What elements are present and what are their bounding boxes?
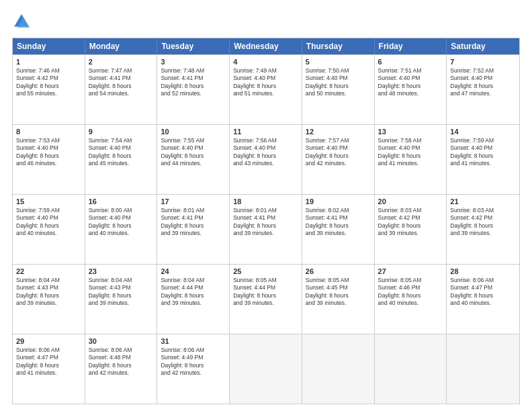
calendar-day-12: 12Sunrise: 7:57 AM Sunset: 4:40 PM Dayli…: [302, 125, 375, 194]
calendar-day-28: 28Sunrise: 8:06 AM Sunset: 4:47 PM Dayli…: [447, 265, 519, 334]
calendar-day-2: 2Sunrise: 7:47 AM Sunset: 4:41 PM Daylig…: [85, 55, 158, 124]
day-header-saturday: Saturday: [447, 38, 519, 54]
day-number: 29: [16, 337, 81, 345]
day-info: Sunrise: 7:55 AM Sunset: 4:40 PM Dayligh…: [161, 137, 226, 168]
calendar-day-11: 11Sunrise: 7:56 AM Sunset: 4:40 PM Dayli…: [230, 125, 302, 194]
calendar: SundayMondayTuesdayWednesdayThursdayFrid…: [12, 38, 520, 404]
day-info: Sunrise: 8:06 AM Sunset: 4:47 PM Dayligh…: [16, 347, 81, 377]
calendar-day-3: 3Sunrise: 7:48 AM Sunset: 4:41 PM Daylig…: [157, 55, 230, 124]
calendar-day-14: 14Sunrise: 7:59 AM Sunset: 4:40 PM Dayli…: [447, 125, 519, 194]
calendar-day-6: 6Sunrise: 7:51 AM Sunset: 4:40 PM Daylig…: [375, 55, 447, 124]
day-info: Sunrise: 7:59 AM Sunset: 4:40 PM Dayligh…: [450, 137, 516, 168]
calendar-day-20: 20Sunrise: 8:03 AM Sunset: 4:42 PM Dayli…: [375, 195, 447, 264]
day-number: 9: [89, 128, 154, 136]
calendar-day-23: 23Sunrise: 8:04 AM Sunset: 4:43 PM Dayli…: [85, 265, 158, 334]
day-number: 1: [16, 58, 81, 66]
calendar-day-31: 31Sunrise: 8:06 AM Sunset: 4:49 PM Dayli…: [157, 334, 230, 404]
day-info: Sunrise: 8:04 AM Sunset: 4:44 PM Dayligh…: [161, 277, 226, 308]
calendar-week-3: 15Sunrise: 7:59 AM Sunset: 4:40 PM Dayli…: [13, 194, 519, 264]
calendar-day-22: 22Sunrise: 8:04 AM Sunset: 4:43 PM Dayli…: [13, 265, 85, 334]
calendar-day-17: 17Sunrise: 8:01 AM Sunset: 4:41 PM Dayli…: [157, 195, 230, 264]
day-number: 26: [306, 267, 371, 275]
page: SundayMondayTuesdayWednesdayThursdayFrid…: [0, 0, 532, 411]
day-header-wednesday: Wednesday: [230, 38, 302, 54]
calendar-day-15: 15Sunrise: 7:59 AM Sunset: 4:40 PM Dayli…: [13, 195, 85, 264]
day-info: Sunrise: 7:49 AM Sunset: 4:40 PM Dayligh…: [233, 67, 298, 98]
day-number: 10: [161, 128, 226, 136]
calendar-week-4: 22Sunrise: 8:04 AM Sunset: 4:43 PM Dayli…: [13, 264, 519, 334]
calendar-day-13: 13Sunrise: 7:58 AM Sunset: 4:40 PM Dayli…: [375, 125, 447, 194]
day-info: Sunrise: 7:48 AM Sunset: 4:41 PM Dayligh…: [161, 67, 226, 98]
day-info: Sunrise: 8:03 AM Sunset: 4:42 PM Dayligh…: [450, 207, 516, 238]
calendar-day-30: 30Sunrise: 8:06 AM Sunset: 4:48 PM Dayli…: [85, 334, 158, 404]
day-number: 22: [16, 267, 81, 275]
calendar-day-8: 8Sunrise: 7:53 AM Sunset: 4:40 PM Daylig…: [13, 125, 85, 194]
day-info: Sunrise: 7:56 AM Sunset: 4:40 PM Dayligh…: [233, 137, 298, 168]
day-number: 2: [89, 58, 154, 66]
calendar-day-26: 26Sunrise: 8:05 AM Sunset: 4:45 PM Dayli…: [302, 265, 375, 334]
logo-icon: [12, 12, 31, 31]
calendar-day-7: 7Sunrise: 7:52 AM Sunset: 4:40 PM Daylig…: [447, 55, 519, 124]
day-header-friday: Friday: [375, 38, 447, 54]
day-number: 17: [161, 197, 226, 205]
day-info: Sunrise: 8:04 AM Sunset: 4:43 PM Dayligh…: [89, 277, 154, 308]
day-number: 13: [378, 128, 443, 136]
day-info: Sunrise: 7:54 AM Sunset: 4:40 PM Dayligh…: [89, 137, 154, 168]
day-number: 18: [233, 197, 298, 205]
calendar-header: SundayMondayTuesdayWednesdayThursdayFrid…: [13, 38, 519, 54]
day-number: 15: [16, 197, 81, 205]
day-info: Sunrise: 8:06 AM Sunset: 4:47 PM Dayligh…: [450, 277, 516, 308]
calendar-day-19: 19Sunrise: 8:02 AM Sunset: 4:41 PM Dayli…: [302, 195, 375, 264]
calendar-week-2: 8Sunrise: 7:53 AM Sunset: 4:40 PM Daylig…: [13, 124, 519, 194]
calendar-day-29: 29Sunrise: 8:06 AM Sunset: 4:47 PM Dayli…: [13, 334, 85, 404]
calendar-day-4: 4Sunrise: 7:49 AM Sunset: 4:40 PM Daylig…: [230, 55, 302, 124]
day-info: Sunrise: 8:05 AM Sunset: 4:46 PM Dayligh…: [378, 277, 443, 308]
calendar-day-9: 9Sunrise: 7:54 AM Sunset: 4:40 PM Daylig…: [85, 125, 158, 194]
day-info: Sunrise: 7:59 AM Sunset: 4:40 PM Dayligh…: [16, 207, 81, 238]
calendar-day-18: 18Sunrise: 8:01 AM Sunset: 4:41 PM Dayli…: [230, 195, 302, 264]
day-number: 14: [450, 128, 516, 136]
day-number: 30: [89, 337, 154, 345]
day-number: 11: [233, 128, 298, 136]
day-number: 7: [450, 58, 516, 66]
day-header-tuesday: Tuesday: [157, 38, 230, 54]
day-info: Sunrise: 8:05 AM Sunset: 4:45 PM Dayligh…: [306, 277, 371, 308]
day-info: Sunrise: 7:52 AM Sunset: 4:40 PM Dayligh…: [450, 67, 516, 98]
calendar-body: 1Sunrise: 7:46 AM Sunset: 4:42 PM Daylig…: [13, 54, 519, 404]
calendar-day-10: 10Sunrise: 7:55 AM Sunset: 4:40 PM Dayli…: [157, 125, 230, 194]
day-number: 28: [450, 267, 516, 275]
calendar-empty-cell: [447, 334, 519, 404]
day-info: Sunrise: 8:06 AM Sunset: 4:48 PM Dayligh…: [89, 347, 154, 377]
calendar-empty-cell: [230, 334, 302, 404]
day-info: Sunrise: 8:00 AM Sunset: 4:40 PM Dayligh…: [89, 207, 154, 238]
day-number: 23: [89, 267, 154, 275]
day-number: 3: [161, 58, 226, 66]
day-number: 16: [89, 197, 154, 205]
header: [12, 12, 520, 31]
day-info: Sunrise: 7:53 AM Sunset: 4:40 PM Dayligh…: [16, 137, 81, 168]
day-number: 31: [161, 337, 226, 345]
calendar-day-27: 27Sunrise: 8:05 AM Sunset: 4:46 PM Dayli…: [375, 265, 447, 334]
day-info: Sunrise: 7:47 AM Sunset: 4:41 PM Dayligh…: [89, 67, 154, 98]
day-info: Sunrise: 7:58 AM Sunset: 4:40 PM Dayligh…: [378, 137, 443, 168]
day-number: 21: [450, 197, 516, 205]
day-info: Sunrise: 7:46 AM Sunset: 4:42 PM Dayligh…: [16, 67, 81, 98]
day-number: 27: [378, 267, 443, 275]
calendar-day-1: 1Sunrise: 7:46 AM Sunset: 4:42 PM Daylig…: [13, 55, 85, 124]
day-info: Sunrise: 7:51 AM Sunset: 4:40 PM Dayligh…: [378, 67, 443, 98]
calendar-empty-cell: [375, 334, 447, 404]
day-header-monday: Monday: [85, 38, 158, 54]
day-info: Sunrise: 7:57 AM Sunset: 4:40 PM Dayligh…: [306, 137, 371, 168]
day-number: 20: [378, 197, 443, 205]
day-header-thursday: Thursday: [302, 38, 375, 54]
calendar-day-24: 24Sunrise: 8:04 AM Sunset: 4:44 PM Dayli…: [157, 265, 230, 334]
day-header-sunday: Sunday: [13, 38, 85, 54]
calendar-day-5: 5Sunrise: 7:50 AM Sunset: 4:40 PM Daylig…: [302, 55, 375, 124]
day-info: Sunrise: 8:06 AM Sunset: 4:49 PM Dayligh…: [161, 347, 226, 377]
day-number: 19: [306, 197, 371, 205]
day-number: 8: [16, 128, 81, 136]
day-number: 24: [161, 267, 226, 275]
day-info: Sunrise: 8:01 AM Sunset: 4:41 PM Dayligh…: [161, 207, 226, 238]
day-info: Sunrise: 8:04 AM Sunset: 4:43 PM Dayligh…: [16, 277, 81, 308]
day-info: Sunrise: 7:50 AM Sunset: 4:40 PM Dayligh…: [306, 67, 371, 98]
